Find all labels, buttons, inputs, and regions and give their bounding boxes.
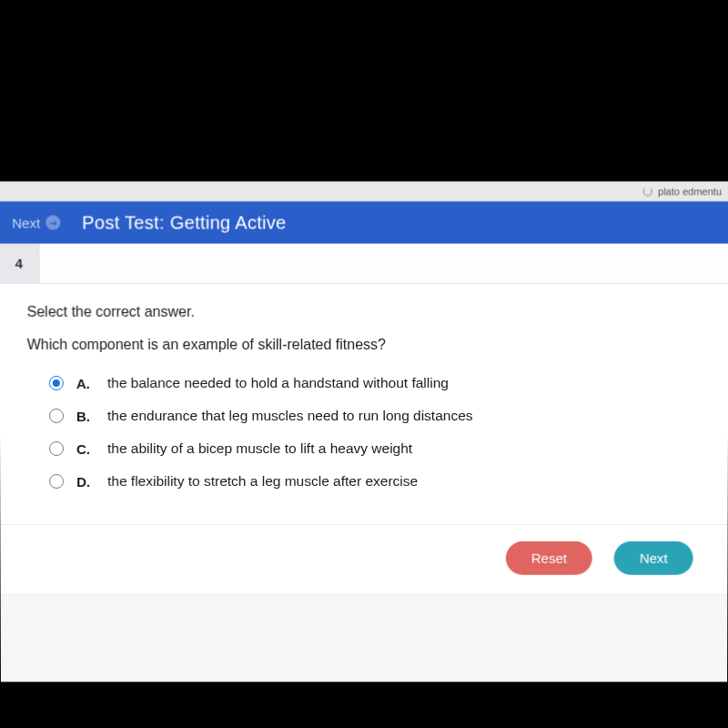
loading-spinner-icon [643, 187, 652, 196]
test-header: Next ➔ Post Test: Getting Active [0, 201, 728, 243]
radio-icon [49, 409, 64, 423]
answer-option-c[interactable]: C. the ability of a bicep muscle to lift… [49, 440, 701, 457]
option-letter: A. [76, 375, 95, 390]
tab-label: plato edmentu [658, 186, 722, 197]
app-screen: plato edmentu Next ➔ Post Test: Getting … [0, 181, 728, 682]
option-letter: C. [76, 440, 95, 456]
arrow-right-circle-icon: ➔ [46, 216, 60, 230]
question-content: Select the correct answer. Which compone… [0, 284, 728, 524]
test-title: Post Test: Getting Active [69, 212, 286, 233]
top-next-button[interactable]: Next ➔ [0, 215, 69, 230]
answer-option-b[interactable]: B. the endurance that leg muscles need t… [49, 408, 701, 424]
option-letter: D. [76, 473, 95, 489]
option-text: the flexibility to stretch a leg muscle … [107, 473, 418, 490]
option-text: the balance needed to hold a handstand w… [107, 375, 449, 391]
reset-button[interactable]: Reset [506, 541, 592, 575]
option-letter: B. [76, 408, 95, 423]
instruction-text: Select the correct answer. [27, 304, 702, 320]
answer-option-a[interactable]: A. the balance needed to hold a handstan… [49, 375, 701, 391]
radio-icon [49, 474, 64, 489]
radio-icon [49, 441, 64, 456]
question-number: 4 [0, 244, 39, 283]
question-number-bar: 4 [0, 244, 728, 284]
option-text: the ability of a bicep muscle to lift a … [107, 440, 412, 457]
browser-tab-bar: plato edmentu [0, 181, 728, 201]
answer-options: A. the balance needed to hold a handstan… [27, 375, 701, 490]
next-button[interactable]: Next [614, 541, 693, 575]
answer-option-d[interactable]: D. the flexibility to stretch a leg musc… [49, 473, 701, 490]
question-prompt: Which component is an example of skill-r… [27, 337, 702, 353]
top-next-label: Next [12, 215, 40, 230]
option-text: the endurance that leg muscles need to r… [107, 408, 473, 424]
radio-icon [49, 376, 64, 390]
question-footer: Reset Next [0, 524, 727, 593]
